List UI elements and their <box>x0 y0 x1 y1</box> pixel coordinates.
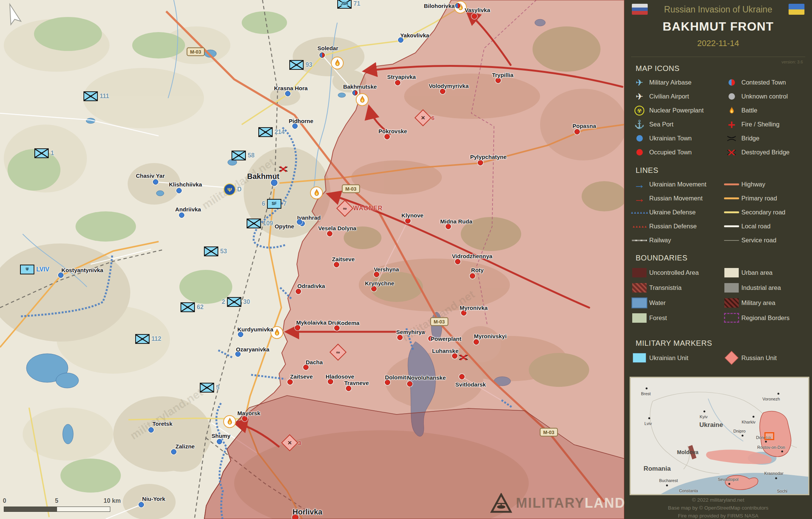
town-label: Kodema <box>337 320 359 326</box>
town-dot <box>287 379 293 385</box>
credits-footer: © 2022 militaryland.netBase map by © Ope… <box>624 496 812 519</box>
town-dot <box>346 386 351 391</box>
legend-label: Civilian Airport <box>649 93 689 100</box>
legend-row: Primary road <box>722 191 810 205</box>
town-dot <box>384 134 390 139</box>
town-dot <box>217 439 222 444</box>
minimap-city-label: Kharkiv <box>742 420 756 424</box>
minimap-city-label: Kyiv <box>700 414 708 419</box>
town-label: Myronivka <box>460 305 488 311</box>
minimap-city-dot <box>729 483 730 485</box>
regional-borders-icon <box>724 313 739 323</box>
legend-row: Local road <box>722 219 810 233</box>
minimap-focus-rectangle <box>764 432 774 440</box>
bakhmut-front-map-screenshot: { "header": { "title": "Russian Invasion… <box>0 0 812 519</box>
town-label: Bakhmutske <box>343 83 377 90</box>
town-label: Bilohorivka <box>424 3 455 9</box>
town-label: Vasylivka <box>465 7 490 13</box>
service-road-icon <box>724 240 739 241</box>
scale-segment-light <box>57 507 110 511</box>
town-dot <box>474 339 479 345</box>
legend-icon-cell <box>630 211 649 214</box>
scale-label-5: 5 <box>55 497 59 504</box>
town-label: Andriivka <box>175 206 201 213</box>
main-map: militaryland.netmilitaryland.netmilitary… <box>0 0 624 519</box>
legend-row: Railway <box>630 233 718 247</box>
town-dot <box>238 332 243 337</box>
town-label: Volodymyrivka <box>429 83 469 89</box>
legend-label: Urban area <box>741 269 773 276</box>
forest-icon <box>632 313 647 323</box>
legend-row: Fire / Shelling <box>722 117 810 131</box>
town-label: Novoluhanske <box>407 374 446 381</box>
legend-row: Unknown control <box>722 89 810 103</box>
legend-label: Transnistria <box>649 284 682 291</box>
minimap-city-label: Krasnodar <box>764 471 784 476</box>
bridge-icon <box>722 136 741 142</box>
map-date: 2022-11-14 <box>624 39 812 48</box>
legend-row: Contested Town <box>722 75 810 89</box>
minimap-country-label: Moldova <box>677 449 699 455</box>
local-road-icon <box>724 225 739 227</box>
legend-icon-cell <box>722 240 741 241</box>
legend-row: Ukraine Defense <box>630 205 718 219</box>
minimap-city-dot <box>646 388 648 390</box>
legend-icon-cell <box>722 121 741 128</box>
minimap-city-dot <box>753 416 755 418</box>
town-dot <box>320 52 325 58</box>
legend-icon-cell <box>630 297 649 308</box>
militaryland-logo-icon <box>490 493 512 513</box>
secondary-road-icon <box>724 211 739 213</box>
legend-row: Ukrainian Unit <box>630 350 718 365</box>
town-dot <box>139 502 144 507</box>
battle-icon <box>722 107 741 114</box>
town-dot <box>295 325 300 330</box>
ukrainian-unit-icon <box>633 353 646 363</box>
credit-line: Base map by © OpenStreetMap contributors <box>624 504 812 512</box>
legend-icon-cell <box>722 268 741 277</box>
town-dot <box>285 91 290 96</box>
town-dot <box>407 381 412 387</box>
legend-icon-cell <box>722 225 741 227</box>
russian-unit-icon <box>725 351 739 365</box>
railway-icon <box>632 240 647 241</box>
legend-row: Battle <box>722 103 810 117</box>
transnistria-icon <box>632 283 647 293</box>
minimap-city-label: Sevastopol <box>718 477 738 482</box>
legend-label: Ukrainian Movement <box>649 181 706 188</box>
legend-label: Ukrainian Unit <box>649 354 689 362</box>
legend-label: Russian Defense <box>649 223 697 230</box>
russian-defense-icon <box>632 225 647 228</box>
legend-label: Nuclear Powerplant <box>649 107 704 114</box>
town-label: Pokrovske <box>378 128 407 134</box>
legend-label: Service road <box>741 237 776 244</box>
minimap-city-dot <box>781 451 783 453</box>
legend-label: Regional Borders <box>741 314 790 322</box>
legend-row: Water <box>630 295 718 310</box>
town-dot <box>397 335 403 340</box>
legend-label: Battle <box>741 107 757 114</box>
legend-row: Ukrainian Movement <box>630 177 718 191</box>
legend-icon-cell <box>722 283 741 293</box>
town-dot <box>334 262 339 267</box>
legend-label: Russian Unit <box>741 354 777 362</box>
minimap-city-label: Bucharest <box>659 478 678 483</box>
legend-label: Industrial area <box>741 284 781 291</box>
legend-icon-cell <box>630 135 649 142</box>
town-label: Zalizne <box>176 443 195 450</box>
town-label: Vidrodzhennya <box>452 253 492 259</box>
town-label: Dacha <box>306 359 323 365</box>
legend-icon-cell <box>722 93 741 100</box>
map-icons-left-column: Military AirbaseCivilian AirportNuclear … <box>630 75 718 159</box>
legend-label: Primary road <box>741 195 777 202</box>
legend-icon-cell <box>722 211 741 213</box>
legend-icon-cell <box>722 313 741 323</box>
urban-area-icon <box>724 268 739 277</box>
boundaries-right-column: Urban areaIndustrial areaMilitary areaRe… <box>722 265 810 325</box>
russian-movement-icon <box>634 195 645 202</box>
version-label: version: 3.6 <box>781 60 803 64</box>
minimap-city-dot <box>704 411 705 413</box>
town-label: Vesela Dolyna <box>318 225 357 231</box>
destroyed-bridge-icon <box>722 149 741 156</box>
town-dot <box>58 273 63 278</box>
